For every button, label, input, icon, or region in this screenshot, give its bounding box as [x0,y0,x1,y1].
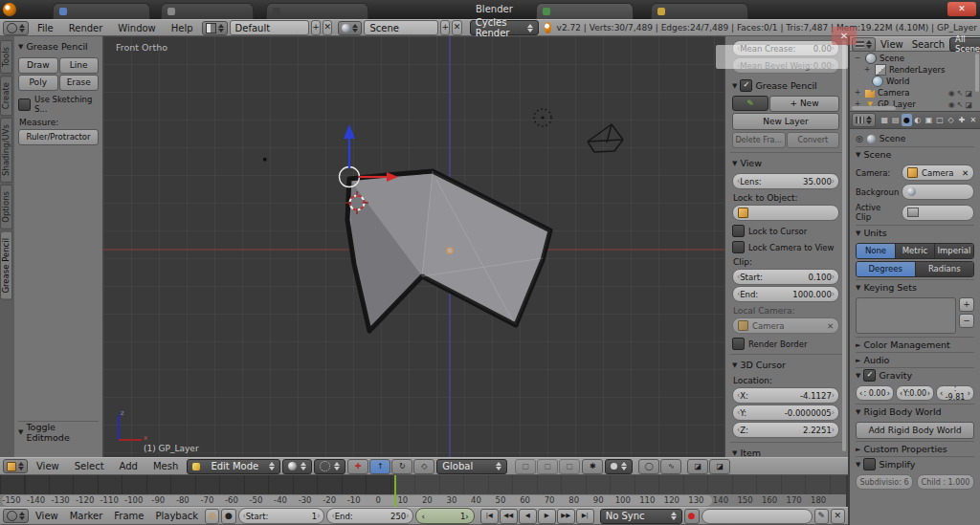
jump-end-button[interactable]: ▶| [576,509,594,524]
delete-frame-button[interactable]: Delete Fra... [732,132,786,148]
menu-help[interactable]: Help [165,23,200,33]
unit-imperial-button[interactable]: Imperial [935,244,973,258]
gravity-panel-header[interactable]: ▼ ✓ Gravity [856,367,974,383]
unit-radians-button[interactable]: Radians [916,262,974,276]
outliner-menu-view[interactable]: View [877,39,907,50]
layout-add-button[interactable]: + [311,20,321,35]
scene-icon-button[interactable] [338,21,362,35]
jump-start-button[interactable]: |◀ [480,509,499,524]
outliner-menu-search[interactable]: Search [908,39,948,50]
grease-pencil-checkbox[interactable]: ✓ [740,79,752,92]
new-layer-button[interactable]: New Layer [732,113,839,130]
renderability-icon[interactable]: ◪ [965,89,972,98]
current-frame-field[interactable]: ‹ 1 › [415,508,474,524]
custom-properties-panel-header[interactable]: ► Custom Properties [856,441,974,456]
active-clip-field[interactable] [902,205,974,221]
timeline-menu-playback[interactable]: Playback [150,511,203,521]
layer-render-button[interactable]: ▢ [559,459,580,474]
outliner-hscrollbar[interactable] [852,106,896,110]
mode-dropdown[interactable]: Edit Mode [187,459,280,474]
outliner-label[interactable]: World [886,77,909,86]
line-button[interactable]: Line [59,57,100,74]
tab-world[interactable]: ◐ [913,114,924,126]
unit-none-button[interactable]: None [857,244,896,258]
orientation-dropdown[interactable]: Global [436,459,507,474]
menu-select[interactable]: Select [68,461,111,471]
insert-keyframe-button[interactable]: ✎ [814,509,829,524]
scene-field[interactable]: Scene [364,20,438,35]
screen-layout-field[interactable]: Default [230,20,309,35]
timeline-ruler[interactable]: -150-140-130-120-110-100-90-80-70-60-50-… [0,494,846,507]
gravity-x-field[interactable]: ‹: 0.00› [856,385,894,401]
simplify-panel-header[interactable]: ▼ Simplify [856,456,974,471]
lens-slider[interactable]: ‹ Lens: 35.000 › [732,173,839,189]
window-close-button[interactable]: ✕ [947,2,976,16]
visibility-eye-icon[interactable]: ◉ [948,100,955,109]
clip-start-slider[interactable]: ‹ Start: 0.100 › [732,269,839,285]
viewport-shading-dropdown[interactable] [282,459,312,474]
manipulator-translate-button[interactable]: ↑ [369,459,390,474]
manipulator-rotate-button[interactable]: ↻ [391,459,412,474]
simplify-subdivision-field[interactable]: Subdivisio: 6 [856,474,913,490]
tab-scene[interactable]: ● [902,114,912,126]
play-button[interactable]: ▶ [538,509,556,524]
lock-object-field[interactable] [732,205,839,221]
keying-remove-button[interactable]: − [959,314,974,328]
lock-camera-checkbox[interactable] [732,241,745,253]
menu-view[interactable]: View [30,461,66,471]
menu-file[interactable]: File [31,23,60,33]
keying-sets-panel-header[interactable]: ▼ Keying Sets [856,279,974,295]
lock-to-cursor-checkbox[interactable] [732,225,745,237]
unit-degrees-button[interactable]: Degrees [857,262,916,276]
window-tab[interactable] [161,3,254,20]
cursor-x-slider[interactable]: ‹ X: -4.1127 › [732,387,839,404]
lock-frame-button[interactable]: ● [221,509,235,524]
window-tab[interactable] [53,3,150,20]
render-engine-dropdown[interactable]: Cycles Render [470,20,539,35]
disclosure-icon[interactable]: + [853,88,862,98]
units-panel-header[interactable]: ▼ Units [856,225,974,240]
layer-lock-button[interactable]: ▢ [515,459,536,474]
window-tab[interactable] [266,3,368,20]
screen-layout-icon-button[interactable] [202,21,228,35]
menu-add[interactable]: Add [113,461,145,471]
timeline-menu-marker[interactable]: Marker [65,511,108,521]
simplify-child-field[interactable]: Child : 1.000 [917,474,974,490]
audio-panel-header[interactable]: ► Audio [856,352,974,367]
proportional-edit-button[interactable]: ◯ [638,459,659,474]
manipulator-axis-button[interactable]: ✚ [347,459,368,474]
cursor3d-panel-header[interactable]: ▼ 3D Cursor [732,358,839,372]
sketching-checkbox[interactable] [18,98,31,111]
timeline-frames-area[interactable] [0,475,846,494]
npanel-scrollbar[interactable] [842,40,846,451]
tab-modifiers[interactable]: ◇ [946,114,956,126]
manipulator-scale-button[interactable]: ◇ [413,459,434,474]
menu-render[interactable]: Render [62,23,110,33]
np-grease-pencil-panel-header[interactable]: ▼ ✓ Grease Pencil [732,78,839,93]
tab-render[interactable]: ▦ [880,114,890,126]
delete-keyframe-button[interactable]: ✕ [831,509,845,524]
toggle-editmode-panel-header[interactable]: ▼ Toggle Editmode [18,421,99,439]
window-tab[interactable] [651,3,748,20]
rigid-body-panel-header[interactable]: ▼ Rigid Body World [856,404,974,419]
selectability-icon[interactable]: ↖ [957,89,964,98]
current-frame-line[interactable] [394,475,396,507]
grease-pencil-panel-header[interactable]: ▼ Grease Pencil [18,39,99,54]
frame-end-slider[interactable]: ‹ End: 250 › [326,508,413,524]
keying-set-field[interactable] [702,509,813,524]
pin-icon[interactable]: ◎ [856,134,863,143]
tab-shading-uvs[interactable]: Shading/UVs [0,118,12,183]
disclosure-icon[interactable]: − [853,54,862,63]
draw-button[interactable]: Draw [18,57,58,74]
render-opengl-anim-button[interactable]: ◪ [709,459,730,474]
tab-options[interactable]: Options [0,185,12,230]
keying-sets-list[interactable] [856,297,956,334]
unit-metric-button[interactable]: Metric [896,244,935,258]
poly-button[interactable]: Poly [18,75,58,91]
next-keyframe-button[interactable]: ▶▶ [557,509,575,524]
scene-delete-button[interactable]: ✕ [452,20,461,35]
play-reverse-button[interactable]: ◀ [519,509,537,524]
ruler-protractor-button[interactable]: Ruler/Protractor [18,129,99,145]
gp-source-dropdown[interactable]: ✎ [732,96,768,111]
outliner-row-camera[interactable]: + Camera ◉ ↖ ◪ [853,87,980,98]
